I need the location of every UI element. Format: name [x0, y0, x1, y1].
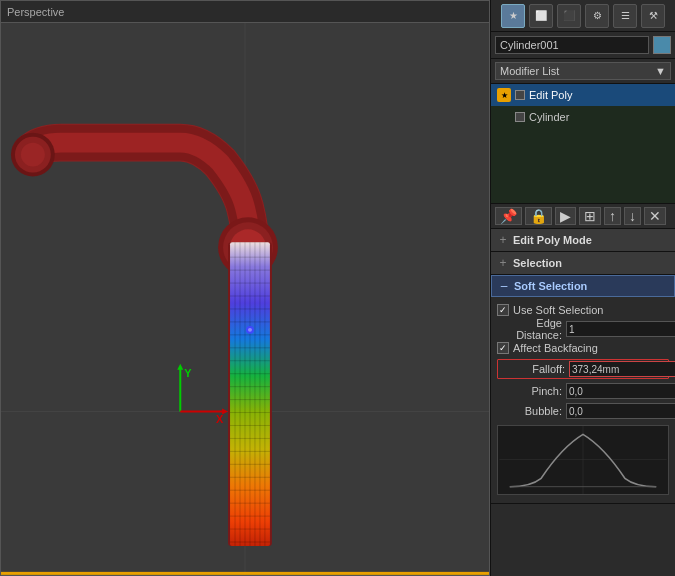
modifier-icon-editpoly: ★	[497, 88, 511, 102]
edge-distance-label: Edge Distance:	[497, 317, 562, 341]
affect-backfacing-checkbox[interactable]	[497, 342, 509, 354]
stack-lock-btn[interactable]: 🔒	[525, 207, 552, 225]
rollout-toggle-soft-selection: –	[498, 280, 510, 292]
modifier-stack: ★ Edit Poly Cylinder	[491, 84, 675, 204]
modifier-list-row: Modifier List ▼	[491, 59, 675, 84]
rollout-header-edit-poly-mode[interactable]: + Edit Poly Mode	[491, 229, 675, 251]
use-soft-selection-label: Use Soft Selection	[513, 304, 604, 316]
edge-distance-input[interactable]	[566, 321, 675, 337]
stack-delete-btn[interactable]: ✕	[644, 207, 666, 225]
modifier-list-label: Modifier List	[500, 65, 559, 77]
modifier-item-editpoly[interactable]: ★ Edit Poly	[491, 84, 675, 106]
rollout-soft-selection: – Soft Selection Use Soft Selection Edge…	[491, 275, 675, 504]
falloff-label: Falloff:	[500, 363, 565, 375]
modifier-visibility-cylinder[interactable]	[515, 112, 525, 122]
svg-point-46	[248, 328, 252, 332]
rollout-header-selection[interactable]: + Selection	[491, 252, 675, 274]
stack-controls: 📌 🔒 ▶ ⊞ ↑ ↓ ✕	[491, 204, 675, 229]
pinch-label: Pinch:	[497, 385, 562, 397]
tab-display2[interactable]: ☰	[613, 4, 637, 28]
svg-text:X: X	[216, 413, 224, 425]
pinch-row: Pinch: ▲ ▼	[497, 381, 669, 401]
affect-backfacing-row: Affect Backfacing	[497, 339, 669, 357]
bubble-input[interactable]	[566, 403, 675, 419]
stack-down-btn[interactable]: ↓	[624, 207, 641, 225]
modifier-list-arrow: ▼	[655, 65, 666, 77]
right-panel: ★ ⬜ ⬛ ⚙ ☰ ⚒ Modifier List ▼ ★ Edit Poly	[490, 0, 675, 576]
rollout-header-soft-selection[interactable]: – Soft Selection	[491, 275, 675, 297]
stack-up-btn[interactable]: ↑	[604, 207, 621, 225]
tab-display[interactable]: ★	[501, 4, 525, 28]
viewport-label: Perspective	[7, 6, 64, 18]
falloff-input[interactable]	[569, 361, 675, 377]
svg-point-49	[21, 143, 45, 167]
modifier-name-editpoly: Edit Poly	[529, 89, 572, 101]
edge-distance-row: Edge Distance: ▲ ▼	[497, 319, 669, 339]
rollout-selection: + Selection	[491, 252, 675, 275]
top-icons-bar: ★ ⬜ ⬛ ⚙ ☰ ⚒	[491, 0, 675, 32]
viewport-toolbar: Perspective	[1, 1, 489, 23]
stack-pin-btn[interactable]: 📌	[495, 207, 522, 225]
rollout-toggle-edit-poly-mode: +	[497, 234, 509, 246]
use-soft-selection-checkbox[interactable]	[497, 304, 509, 316]
affect-backfacing-label: Affect Backfacing	[513, 342, 598, 354]
falloff-row: Falloff: ▲ ▼	[497, 359, 669, 379]
rollout-edit-poly-mode: + Edit Poly Mode	[491, 229, 675, 252]
pinch-input-group: ▲ ▼	[566, 383, 675, 399]
bubble-row: Bubble: ▲ ▼	[497, 401, 669, 421]
pinch-input[interactable]	[566, 383, 675, 399]
object-color-swatch[interactable]	[653, 36, 671, 54]
tab-hierarchy[interactable]: ⬛	[557, 4, 581, 28]
main-container: Perspective Y	[0, 0, 675, 576]
soft-selection-content: Use Soft Selection Edge Distance: ▲ ▼	[491, 297, 675, 503]
rollout-toggle-selection: +	[497, 257, 509, 269]
modifier-visibility-editpoly[interactable]	[515, 90, 525, 100]
viewport: Perspective Y	[0, 0, 490, 576]
stack-render-btn[interactable]: ▶	[555, 207, 576, 225]
rollout-title-selection: Selection	[513, 257, 562, 269]
object-name-row	[491, 32, 675, 59]
viewport-scene: Y X	[1, 23, 489, 575]
object-name-input[interactable]	[495, 36, 649, 54]
bubble-label: Bubble:	[497, 405, 562, 417]
viewport-content: Y X	[1, 23, 489, 575]
tab-modify[interactable]: ⬜	[529, 4, 553, 28]
svg-text:Y: Y	[184, 367, 192, 379]
modifier-name-cylinder: Cylinder	[529, 111, 569, 123]
rollout-title-edit-poly-mode: Edit Poly Mode	[513, 234, 592, 246]
modifier-item-cylinder[interactable]: Cylinder	[491, 106, 675, 128]
tab-motion[interactable]: ⚙	[585, 4, 609, 28]
stack-grid-btn[interactable]: ⊞	[579, 207, 601, 225]
falloff-curve-svg	[498, 426, 668, 494]
bubble-input-group: ▲ ▼	[566, 403, 675, 419]
falloff-input-group: ▲ ▼	[569, 361, 675, 377]
modifier-list-dropdown[interactable]: Modifier List ▼	[495, 62, 671, 80]
falloff-curve-graph[interactable]	[497, 425, 669, 495]
tab-utilities[interactable]: ⚒	[641, 4, 665, 28]
rollout-title-soft-selection: Soft Selection	[514, 280, 587, 292]
edge-distance-input-group: ▲ ▼	[566, 321, 675, 337]
svg-rect-50	[1, 572, 489, 575]
